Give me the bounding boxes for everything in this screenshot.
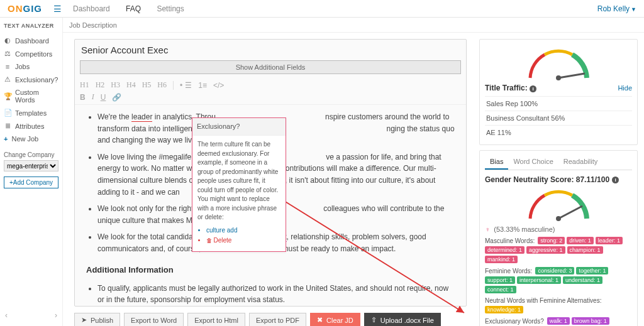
sidebar-title: TEXT ANALYZER xyxy=(4,23,58,29)
send-icon: ➤ xyxy=(81,316,87,324)
popover-option-culture-add[interactable]: culture add xyxy=(206,226,280,236)
export-word-button[interactable]: Export to Word xyxy=(124,313,184,326)
popover-title: Exclusionary? xyxy=(192,118,286,136)
upload-docx-button[interactable]: ⇧Upload .docx File xyxy=(364,313,441,326)
list-icon: ≡ xyxy=(4,63,11,70)
title-traffic-row[interactable]: AE 11% xyxy=(485,125,632,139)
code-icon[interactable]: </> xyxy=(213,81,224,90)
trophy-icon: 🏆 xyxy=(4,92,11,101)
gender-neutrality-gauge xyxy=(521,184,596,222)
chevron-down-icon: ▼ xyxy=(631,6,636,13)
editor-body[interactable]: We're the leader in analytics. Throuxxxx… xyxy=(75,105,466,306)
company-select[interactable]: mega-enterprises xyxy=(4,160,58,171)
bullet-list-icon[interactable]: • ☰ xyxy=(180,81,192,90)
sidebar-item-attributes[interactable]: ≣Attributes xyxy=(4,119,58,133)
gauge-icon: ◐ xyxy=(4,36,11,45)
sidebar-item-exclusionary[interactable]: ⚠Exclusionary? xyxy=(4,73,58,86)
title-traffic-label: Title Traffic: i xyxy=(485,84,536,92)
sidebar-item-dashboard[interactable]: ◐Dashboard xyxy=(4,34,58,47)
flagged-word-leader[interactable]: leader xyxy=(131,112,152,122)
sidebar-item-competitors[interactable]: ⚖Competitors xyxy=(4,47,58,60)
word-pill[interactable]: determined: 1 xyxy=(485,246,525,254)
sidebar-item-jobs[interactable]: ≡Jobs xyxy=(4,60,58,73)
nav-dashboard[interactable]: Dashboard xyxy=(73,4,110,13)
numbered-list-icon[interactable]: 1≡ xyxy=(198,81,207,90)
export-pdf-button[interactable]: Export to PDF xyxy=(249,313,306,326)
svg-line-1 xyxy=(558,73,585,78)
word-pill[interactable]: champion: 1 xyxy=(567,246,603,254)
gender-neutrality-label: Gender Neutrality Score: 87.11/100i xyxy=(485,175,632,184)
info-icon[interactable]: i xyxy=(530,85,536,92)
word-pill[interactable]: mankind: 1 xyxy=(485,256,518,263)
h3-button[interactable]: H3 xyxy=(111,80,120,90)
add-company-button[interactable]: +Add Company xyxy=(4,177,58,188)
title-traffic-row[interactable]: Sales Rep 100% xyxy=(485,96,632,111)
tab-word-choice[interactable]: Word Choice xyxy=(508,155,558,170)
change-company-label: Change Company xyxy=(4,151,58,158)
x-icon: ✖ xyxy=(317,316,323,324)
title-traffic-row[interactable]: Business Consultant 56% xyxy=(485,111,632,125)
jd-title[interactable]: Senior Account Exec xyxy=(75,40,466,60)
neutral-words-label: Neutral Words with Feminine Alternatives… xyxy=(485,297,601,304)
word-pill[interactable]: interpersonal: 1 xyxy=(517,276,561,284)
word-pill[interactable]: brown bag: 1 xyxy=(572,317,609,325)
editor-toolbar: H1 H2 H3 H4 H5 H6 • ☰ 1≡ </> B xyxy=(75,78,466,105)
bullet-item: To qualify, applicants must be legally a… xyxy=(97,283,455,306)
plus-icon: + xyxy=(4,135,8,143)
people-icon: ⚖ xyxy=(4,50,11,58)
feminine-words-label: Feminine Words: xyxy=(485,268,532,274)
h2-button[interactable]: H2 xyxy=(96,80,105,90)
sidebar-item-templates[interactable]: 📄Templates xyxy=(4,106,58,119)
word-pill[interactable]: understand: 1 xyxy=(563,276,602,284)
bold-button[interactable]: B xyxy=(80,93,86,102)
rows-icon: ≣ xyxy=(4,122,11,130)
word-pill[interactable]: driven: 1 xyxy=(567,237,594,244)
tab-bias[interactable]: Bias xyxy=(485,155,508,170)
h6-button[interactable]: H6 xyxy=(157,80,167,90)
exclusionary-words-label: Exclusionary Words? xyxy=(485,318,544,325)
hamburger-icon[interactable]: ☰ xyxy=(53,4,62,14)
breadcrumb: Job Description xyxy=(63,18,644,33)
link-icon[interactable]: 🔗 xyxy=(112,93,121,102)
word-pill[interactable]: walk: 1 xyxy=(547,317,570,325)
popover-option-delete[interactable]: Delete xyxy=(206,236,280,246)
female-icon: ♀ xyxy=(485,225,490,233)
italic-button[interactable]: I xyxy=(92,92,94,102)
h4-button[interactable]: H4 xyxy=(126,80,136,90)
sidebar-collapse-left-icon[interactable]: ‹ xyxy=(5,311,8,320)
svg-line-3 xyxy=(558,206,582,219)
publish-button[interactable]: ➤Publish xyxy=(74,313,120,326)
brand-logo: ONGIG xyxy=(8,3,42,14)
sidebar-item-new-job[interactable]: +New Job xyxy=(4,133,58,145)
show-additional-fields-button[interactable]: Show Additional Fields xyxy=(80,60,461,74)
export-html-button[interactable]: Export to Html xyxy=(187,313,245,326)
word-pill[interactable]: considered: 3 xyxy=(535,267,574,274)
title-traffic-gauge xyxy=(521,43,596,81)
word-pill[interactable]: knowledge: 1 xyxy=(485,306,523,313)
info-icon[interactable]: i xyxy=(612,177,619,183)
underline-button[interactable]: U xyxy=(101,93,106,102)
word-pill[interactable]: leader: 1 xyxy=(596,237,623,244)
user-menu[interactable]: Rob Kelly▼ xyxy=(597,4,636,13)
sidebar-collapse-right-icon[interactable]: › xyxy=(55,311,57,320)
nav-faq[interactable]: FAQ xyxy=(126,4,141,13)
masculine-percent: (53.33% masculine) xyxy=(494,225,555,233)
word-pill[interactable]: aggressive: 1 xyxy=(526,246,565,254)
tab-readability[interactable]: Readability xyxy=(558,155,602,170)
clear-jd-button[interactable]: ✖Clear JD xyxy=(310,313,360,326)
file-icon: 📄 xyxy=(4,109,11,117)
masculine-words-label: Masculine Words: xyxy=(485,237,535,244)
h5-button[interactable]: H5 xyxy=(142,80,152,90)
hide-link[interactable]: Hide xyxy=(618,84,632,92)
word-pill[interactable]: together: 1 xyxy=(576,267,608,274)
word-pill[interactable]: connect: 1 xyxy=(485,286,516,293)
h1-button[interactable]: H1 xyxy=(80,80,89,90)
sidebar-item-custom-words[interactable]: 🏆Custom Words xyxy=(4,86,58,106)
exclusionary-popover: Exclusionary? The term culture fit can b… xyxy=(192,117,286,252)
section-heading-additional-info: Additional Information xyxy=(86,264,455,276)
popover-body: The term culture fit can be deemed exclu… xyxy=(197,141,278,220)
word-pill[interactable]: support: 1 xyxy=(485,276,515,284)
warning-icon: ⚠ xyxy=(4,75,11,84)
word-pill[interactable]: strong: 2 xyxy=(538,237,565,244)
nav-settings[interactable]: Settings xyxy=(157,4,184,13)
